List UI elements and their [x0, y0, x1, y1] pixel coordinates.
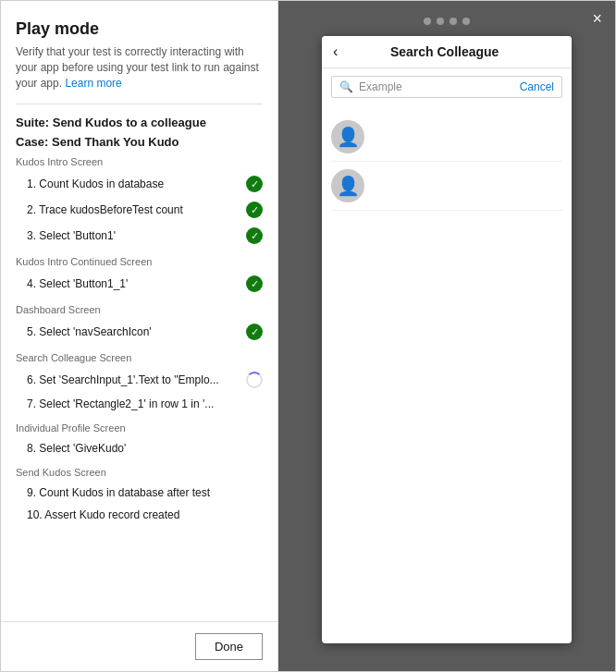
- dot-1: [424, 18, 431, 25]
- check-icon: ✓: [246, 202, 263, 218]
- step-item: 9. Count Kudos in database after test: [16, 482, 263, 504]
- suite-title: Suite: Send Kudos to a colleague: [16, 104, 263, 129]
- avatar-row-2[interactable]: 👤: [331, 162, 562, 211]
- step-item: 10. Assert Kudo record created: [16, 504, 263, 526]
- step-text: 4. Select 'Button1_1': [27, 277, 246, 290]
- dot-2: [437, 18, 444, 25]
- back-button[interactable]: ‹: [333, 43, 338, 60]
- step-text: 6. Set 'SearchInput_1'.Text to "Emplo...: [27, 373, 246, 386]
- check-icon: ✓: [246, 227, 263, 244]
- step-item: 7. Select 'Rectangle2_1' in row 1 in '..…: [16, 393, 263, 415]
- avatar-1: 👤: [331, 120, 364, 153]
- dot-4: [462, 18, 470, 25]
- avatar-list: 👤 👤: [322, 105, 572, 218]
- play-mode-description: Verify that your test is correctly inter…: [16, 44, 263, 91]
- search-input-value[interactable]: Example: [359, 80, 516, 93]
- step-item: 4. Select 'Button1_1'✓: [16, 271, 263, 297]
- check-icon: ✓: [246, 275, 263, 292]
- step-item: 2. Trace kudosBeforeTest count✓: [16, 197, 263, 223]
- user-icon-1: 👤: [337, 126, 360, 148]
- dots-row: [424, 18, 470, 25]
- step-text: 8. Select 'GiveKudo': [27, 442, 263, 455]
- spinner-icon: [246, 372, 263, 388]
- section-label: Send Kudos Screen: [16, 467, 263, 478]
- step-item: 3. Select 'Button1'✓: [16, 223, 263, 249]
- done-button[interactable]: Done: [195, 633, 263, 660]
- play-mode-title: Play mode: [16, 19, 263, 39]
- left-content: Play mode Verify that your test is corre…: [1, 1, 277, 621]
- step-text: 1. Count Kudos in database: [27, 177, 246, 190]
- step-item: 8. Select 'GiveKudo': [16, 437, 263, 459]
- dot-3: [450, 18, 457, 25]
- section-label: Dashboard Screen: [16, 304, 263, 315]
- section-label: Kudos Intro Screen: [16, 156, 263, 167]
- section-label: Individual Profile Screen: [16, 422, 263, 434]
- step-text: 2. Trace kudosBeforeTest count: [27, 203, 246, 216]
- search-icon: 🔍: [339, 80, 353, 93]
- case-title: Case: Send Thank You Kudo: [16, 135, 263, 149]
- step-text: 5. Select 'navSearchIcon': [27, 325, 246, 338]
- step-item: 1. Count Kudos in database✓: [16, 171, 263, 197]
- section-label: Search Colleague Screen: [16, 352, 263, 363]
- bottom-bar: Done: [1, 621, 277, 671]
- learn-more-link[interactable]: Learn more: [65, 77, 121, 90]
- step-item: 6. Set 'SearchInput_1'.Text to "Emplo...: [16, 367, 263, 393]
- step-text: 3. Select 'Button1': [27, 229, 246, 242]
- step-text: 9. Count Kudos in database after test: [27, 486, 263, 499]
- left-panel: Play mode Verify that your test is corre…: [1, 1, 278, 671]
- user-icon-2: 👤: [337, 175, 360, 197]
- avatar-row-1[interactable]: 👤: [331, 113, 562, 162]
- modal: Play mode Verify that your test is corre…: [0, 0, 616, 672]
- search-bar: 🔍 Example Cancel: [331, 76, 562, 98]
- phone-mockup: ‹ Search Colleague 🔍 Example Cancel 👤 👤: [322, 36, 572, 643]
- phone-screen-title: Search Colleague: [347, 44, 542, 59]
- avatar-2: 👤: [331, 169, 364, 202]
- check-icon: ✓: [246, 176, 263, 192]
- cancel-search-link[interactable]: Cancel: [520, 80, 554, 93]
- close-button[interactable]: ×: [592, 10, 602, 27]
- steps-container: Kudos Intro Screen1. Count Kudos in data…: [16, 156, 263, 526]
- right-panel: × ‹ Search Colleague 🔍 Example Cancel 👤: [278, 1, 615, 671]
- phone-header: ‹ Search Colleague: [322, 36, 572, 68]
- step-text: 10. Assert Kudo record created: [27, 508, 263, 521]
- step-item: 5. Select 'navSearchIcon'✓: [16, 319, 263, 345]
- check-icon: ✓: [246, 324, 263, 340]
- step-text: 7. Select 'Rectangle2_1' in row 1 in '..…: [27, 397, 263, 410]
- section-label: Kudos Intro Continued Screen: [16, 256, 263, 267]
